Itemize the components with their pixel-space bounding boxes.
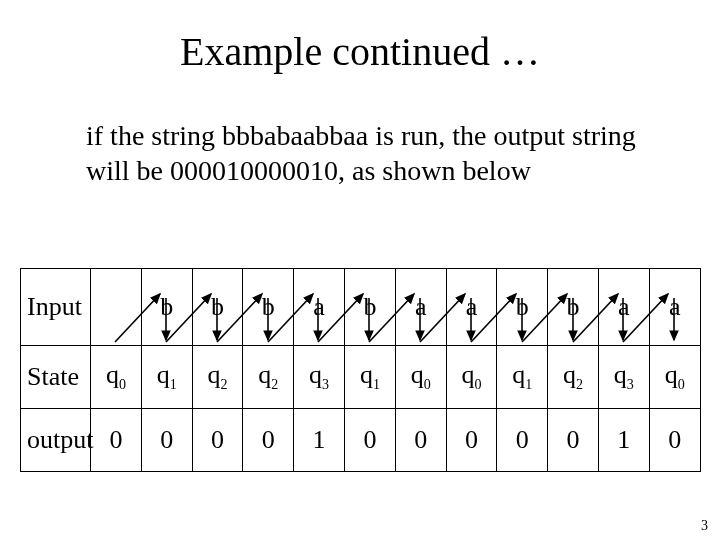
table-row-output: output 0 0 0 0 1 0 0 0 0 0 1 0 [21,409,701,472]
cell-output-4: 1 [294,409,345,472]
cell-input-8: b [497,269,548,346]
cell-output-2: 0 [192,409,243,472]
cell-output-5: 0 [344,409,395,472]
slide-title: Example continued … [0,28,720,75]
cell-input-2: b [192,269,243,346]
cell-input-6: a [395,269,446,346]
trace-table: Input b b b a b a a b b a a State q0 q1 … [20,268,701,472]
cell-input-3: b [243,269,294,346]
cell-output-8: 0 [497,409,548,472]
row-label-state: State [21,346,91,409]
cell-state-5: q1 [344,346,395,409]
cell-state-1: q1 [141,346,192,409]
cell-input-11: a [649,269,700,346]
cell-input-4: a [294,269,345,346]
cell-output-1: 0 [141,409,192,472]
cell-state-3: q2 [243,346,294,409]
row-label-input: Input [21,269,91,346]
cell-state-2: q2 [192,346,243,409]
table-row-state: State q0 q1 q2 q2 q3 q1 q0 q0 q1 q2 q3 q… [21,346,701,409]
cell-output-10: 1 [598,409,649,472]
cell-input-10: a [598,269,649,346]
cell-state-0: q0 [91,346,142,409]
cell-output-7: 0 [446,409,497,472]
cell-output-0: 0 [91,409,142,472]
cell-output-6: 0 [395,409,446,472]
cell-state-6: q0 [395,346,446,409]
cell-output-11: 0 [649,409,700,472]
cell-state-11: q0 [649,346,700,409]
cell-state-4: q3 [294,346,345,409]
cell-output-9: 0 [548,409,599,472]
cell-state-7: q0 [446,346,497,409]
cell-input-7: a [446,269,497,346]
page-number: 3 [701,518,708,534]
cell-input-0 [91,269,142,346]
cell-input-9: b [548,269,599,346]
cell-state-9: q2 [548,346,599,409]
cell-input-1: b [141,269,192,346]
cell-input-5: b [344,269,395,346]
cell-state-10: q3 [598,346,649,409]
slide-body-text: if the string bbbabaabbaa is run, the ou… [86,118,646,188]
table-row-input: Input b b b a b a a b b a a [21,269,701,346]
row-label-output: output [21,409,91,472]
cell-output-3: 0 [243,409,294,472]
cell-state-8: q1 [497,346,548,409]
